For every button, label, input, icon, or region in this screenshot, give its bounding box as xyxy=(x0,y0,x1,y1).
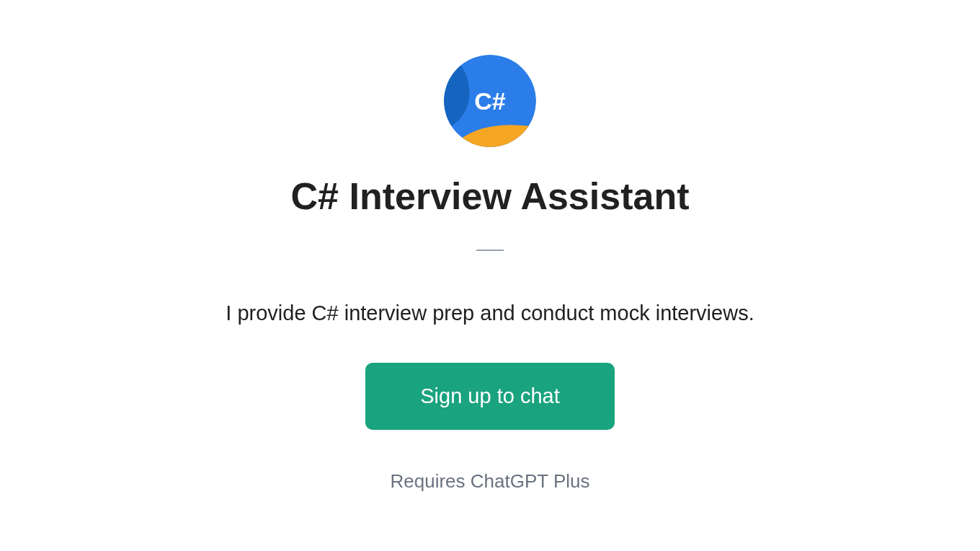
csharp-logo-icon: C# xyxy=(444,55,536,147)
signup-button[interactable]: Sign up to chat xyxy=(365,363,614,430)
logo-text: C# xyxy=(474,87,506,115)
divider xyxy=(476,250,504,251)
app-logo: C# xyxy=(444,55,536,147)
description-text: I provide C# interview prep and conduct … xyxy=(226,301,754,325)
page-title: C# Interview Assistant xyxy=(291,175,690,218)
requirement-text: Requires ChatGPT Plus xyxy=(391,470,590,493)
